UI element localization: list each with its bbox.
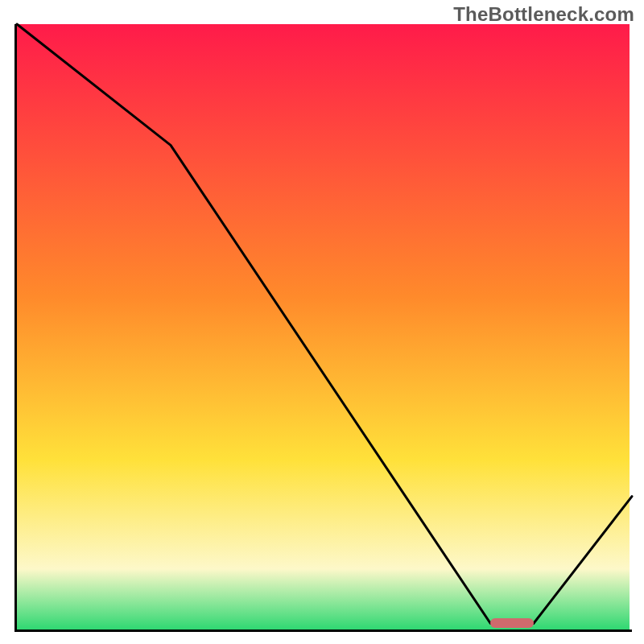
bottleneck-chart: TheBottleneck.com	[0, 0, 644, 644]
gradient-fill	[14, 24, 630, 630]
optimal-range-marker	[490, 618, 533, 628]
svg-rect-0	[14, 24, 630, 630]
plot-area	[14, 24, 630, 630]
watermark-text: TheBottleneck.com	[453, 3, 634, 26]
x-axis	[14, 630, 632, 632]
y-axis	[14, 24, 17, 632]
